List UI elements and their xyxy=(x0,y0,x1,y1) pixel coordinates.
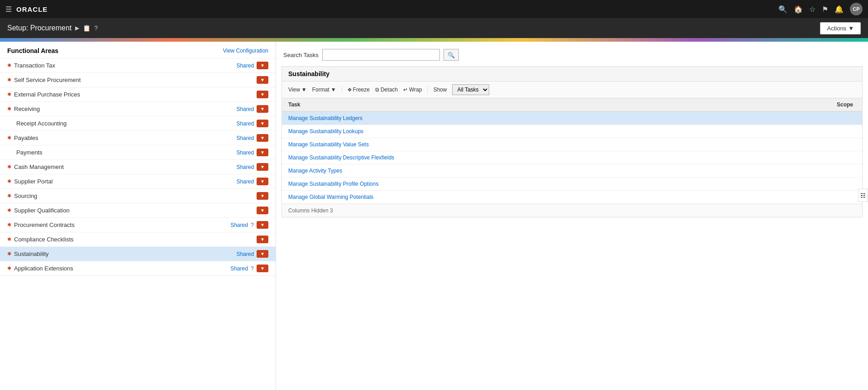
wrap-icon: ↵ xyxy=(403,87,408,93)
shared-badge[interactable]: Shared xyxy=(236,164,254,170)
shared-badge[interactable]: Shared xyxy=(236,149,254,156)
list-item[interactable]: PaymentsShared▼ xyxy=(0,145,276,160)
expand-button[interactable]: ▼ xyxy=(257,134,268,142)
required-star: ✱ xyxy=(7,265,11,271)
color-banner xyxy=(0,38,868,42)
task-link[interactable]: Manage Sustainability Value Sets xyxy=(288,141,369,148)
expand-button[interactable]: ▼ xyxy=(257,149,268,156)
view-button[interactable]: View ▼ xyxy=(288,87,307,93)
expand-arrow: ▼ xyxy=(260,135,265,140)
detach-button[interactable]: ⧉ Detach xyxy=(375,87,398,93)
expand-button[interactable]: ▼ xyxy=(257,105,268,113)
search-button[interactable]: 🔍 xyxy=(444,49,459,61)
help-icon[interactable]: ? xyxy=(94,24,98,32)
top-navigation: ☰ ORACLE 🔍 🏠 ☆ ⚑ 🔔 CP xyxy=(0,0,868,18)
task-link[interactable]: Manage Global Warming Potentials xyxy=(288,194,373,200)
format-arrow: ▼ xyxy=(331,87,336,93)
actions-button[interactable]: Actions ▼ xyxy=(820,22,861,34)
search-input[interactable] xyxy=(322,49,440,61)
task-link[interactable]: Manage Sustainability Profile Options xyxy=(288,181,378,187)
shared-badge[interactable]: Shared xyxy=(236,120,254,127)
functional-area-name: Supplier Qualification xyxy=(14,207,70,214)
shared-badge[interactable]: Shared xyxy=(236,106,254,112)
scope-column-header: Scope xyxy=(740,98,862,111)
format-button[interactable]: Format ▼ xyxy=(312,87,336,93)
video-icon[interactable]: ▶ xyxy=(75,25,79,31)
shared-badge[interactable]: Shared xyxy=(236,178,254,185)
nav-right: 🔍 🏠 ☆ ⚑ 🔔 CP xyxy=(778,3,863,15)
actions-arrow: ▼ xyxy=(848,25,854,32)
expand-arrow: ▼ xyxy=(260,193,265,198)
expand-button[interactable]: ▼ xyxy=(257,120,268,127)
functional-area-name: Payables xyxy=(14,135,38,141)
expand-button[interactable]: ▼ xyxy=(257,76,268,84)
functional-area-name: Receiving xyxy=(14,106,40,112)
task-link[interactable]: Manage Sustainability Descriptive Flexfi… xyxy=(288,154,394,161)
list-item[interactable]: ✱Cash ManagementShared▼ xyxy=(0,160,276,174)
shared-badge[interactable]: Shared xyxy=(236,63,254,69)
question-icon[interactable]: ? xyxy=(251,265,254,272)
list-item[interactable]: ✱ReceivingShared▼ xyxy=(0,102,276,116)
expand-button[interactable]: ▼ xyxy=(257,91,268,98)
list-item[interactable]: ✱SustainabilityShared▼ xyxy=(0,247,276,261)
list-item[interactable]: ✱PayablesShared▼ xyxy=(0,131,276,145)
shared-badge[interactable]: Shared xyxy=(236,135,254,141)
expand-arrow: ▼ xyxy=(260,164,265,169)
list-item[interactable]: ✱Supplier PortalShared▼ xyxy=(0,174,276,189)
list-item[interactable]: ✱Self Service Procurement▼ xyxy=(0,73,276,87)
required-star: ✱ xyxy=(7,63,11,68)
show-select[interactable]: All Tasks xyxy=(452,84,489,95)
list-item[interactable]: ✱Supplier Qualification▼ xyxy=(0,203,276,218)
expand-button[interactable]: ▼ xyxy=(257,221,268,229)
expand-button[interactable]: ▼ xyxy=(257,62,268,69)
functional-areas-title: Functional Areas xyxy=(7,47,58,54)
task-link[interactable]: Manage Sustainability Ledgers xyxy=(288,115,362,121)
task-link[interactable]: Manage Activity Types xyxy=(288,168,342,174)
functional-area-name: Cash Management xyxy=(14,164,64,170)
search-icon[interactable]: 🔍 xyxy=(778,5,787,14)
shared-badge[interactable]: Shared xyxy=(230,265,248,272)
bell-icon[interactable]: 🔔 xyxy=(835,5,844,14)
question-icon[interactable]: ? xyxy=(251,221,254,228)
hamburger-menu[interactable]: ☰ xyxy=(5,5,12,14)
list-item[interactable]: ✱Transaction TaxShared▼ xyxy=(0,58,276,73)
page-title: Setup: Procurement ▶ 📋 ? xyxy=(7,24,98,32)
detach-label: Detach xyxy=(381,87,398,93)
expand-arrow: ▼ xyxy=(260,106,265,111)
expand-button[interactable]: ▼ xyxy=(257,207,268,214)
freeze-button[interactable]: ✥ Freeze xyxy=(348,87,370,93)
flag-icon[interactable]: ⚑ xyxy=(822,5,828,14)
shared-badge[interactable]: Shared xyxy=(230,222,248,228)
required-star: ✱ xyxy=(7,178,11,184)
expand-button[interactable]: ▼ xyxy=(257,265,268,272)
expand-button[interactable]: ▼ xyxy=(257,192,268,200)
list-item[interactable]: ✱Application ExtensionsShared?▼ xyxy=(0,261,276,276)
task-link[interactable]: Manage Sustainability Lookups xyxy=(288,128,363,135)
expand-button[interactable]: ▼ xyxy=(257,236,268,243)
table-row: Manage Sustainability Value Sets xyxy=(282,138,862,151)
shared-badge[interactable]: Shared xyxy=(236,251,254,257)
expand-button[interactable]: ▼ xyxy=(257,163,268,171)
functional-area-name: Receipt Accounting xyxy=(16,120,67,127)
list-item[interactable]: ✱Procurement ContractsShared?▼ xyxy=(0,218,276,232)
section-title: Sustainability xyxy=(282,67,862,82)
list-item[interactable]: Receipt AccountingShared▼ xyxy=(0,116,276,131)
list-item[interactable]: ✱Compliance Checklists▼ xyxy=(0,232,276,247)
wrap-label: Wrap xyxy=(409,87,422,93)
user-avatar[interactable]: CP xyxy=(850,3,863,15)
list-item[interactable]: ✱External Purchase Prices▼ xyxy=(0,87,276,102)
home-icon[interactable]: 🏠 xyxy=(794,5,803,14)
expand-arrow: ▼ xyxy=(260,92,265,97)
header-bar: Setup: Procurement ▶ 📋 ? Actions ▼ xyxy=(0,18,868,38)
star-icon[interactable]: ☆ xyxy=(809,5,816,14)
expand-arrow: ▼ xyxy=(260,63,265,68)
note-icon[interactable]: 📋 xyxy=(83,24,91,32)
view-configuration-link[interactable]: View Configuration xyxy=(223,48,268,54)
expand-button[interactable]: ▼ xyxy=(257,178,268,185)
expand-button[interactable]: ▼ xyxy=(257,250,268,258)
wrap-button[interactable]: ↵ Wrap xyxy=(403,87,422,93)
side-note-icon[interactable]: ☷ xyxy=(858,188,868,202)
task-scope xyxy=(740,138,862,151)
list-item[interactable]: ✱Sourcing▼ xyxy=(0,189,276,203)
functional-area-name: External Purchase Prices xyxy=(14,91,80,98)
